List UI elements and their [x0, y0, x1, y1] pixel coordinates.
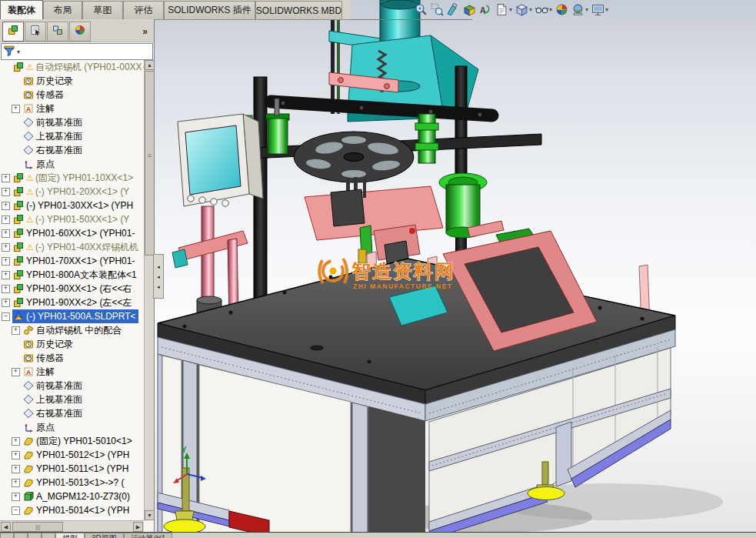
command-tab-3[interactable]: 评估 [123, 1, 164, 19]
motion-nav-button-2[interactable] [28, 533, 42, 538]
zoom-to-area-button[interactable] [429, 2, 445, 17]
tree-filter-input[interactable]: ▾ [1, 43, 153, 60]
dropdown-caret-icon[interactable]: ▾ [585, 6, 588, 13]
tree-item[interactable]: +YPH01-90XX<2> (左<<左 [0, 296, 144, 309]
tree-item[interactable]: −YPH01-5014<1> (YPH [0, 503, 144, 517]
scroll-right-button[interactable]: ▶ [133, 522, 143, 532]
view-orientation-button[interactable]: ▾ [514, 2, 534, 17]
tree-item-body[interactable]: A_MGPM12-10-Z73(0) [22, 490, 132, 503]
expander-plus-icon[interactable]: + [12, 479, 20, 487]
expander-plus-icon[interactable]: + [2, 243, 10, 252]
drawing-view-button[interactable]: ▾ [494, 2, 514, 17]
tree-item-body[interactable]: YPH01-90XX<1> (右<<右 [12, 282, 134, 296]
tree-item-body[interactable]: 传感器 [22, 351, 66, 365]
manager-tab-property-manager[interactable] [25, 22, 46, 42]
expander-plus-icon[interactable]: + [12, 465, 20, 473]
dynamic-annotation-views-button[interactable]: A [478, 2, 494, 17]
tree-item-body[interactable]: 历史记录 [22, 74, 75, 88]
expander-plus-icon[interactable]: + [2, 188, 10, 196]
manager-tab-feature-manager[interactable] [2, 22, 24, 42]
tree-item-body[interactable]: YPH01-60XX<1> (YPH01- [12, 226, 137, 240]
tree-item[interactable]: +YPH01-60XX<1> (YPH01- [0, 226, 144, 240]
motion-nav-button-0[interactable] [0, 533, 14, 538]
tree-item[interactable]: +YPH01-5011<1> (YPH [0, 462, 144, 476]
filter-funnel-icon[interactable] [4, 45, 15, 59]
tree-item-body[interactable]: ⚠(-) YPH01-50XX<1> (Y [12, 212, 132, 226]
tree-item-body[interactable]: (-) YPH01-500A.SLDPRT< [12, 309, 138, 323]
tree-item-body[interactable]: YPH01-5014<1> (YPH [22, 503, 132, 517]
tree-item[interactable]: +⚠(-) YPH01-50XX<1> (Y [0, 212, 144, 226]
tree-item[interactable]: +A_MGPM12-10-Z73(0) [0, 490, 144, 503]
tree-item[interactable]: 前视基准面 [0, 379, 144, 393]
tree-item[interactable]: 右视基准面 [0, 143, 144, 157]
panel-collapse-handle[interactable]: ◂◂◂ [153, 254, 164, 299]
filter-caret-icon[interactable]: ▾ [17, 48, 20, 55]
statusbar-tab-0[interactable]: 模型 [55, 533, 85, 538]
tree-item[interactable]: 上视基准面 [0, 393, 144, 406]
expander-minus-icon[interactable]: − [2, 312, 10, 321]
tree-item[interactable]: +YPH01-90XX<1> (右<<右 [0, 282, 144, 296]
command-tab-5[interactable]: SOLIDWORKS MBD [255, 1, 342, 19]
expander-plus-icon[interactable]: + [12, 326, 20, 335]
tree-item[interactable]: 历史记录 [0, 337, 144, 351]
dropdown-caret-icon[interactable]: ▾ [509, 6, 512, 13]
tree-item-body[interactable]: 原点 [22, 157, 57, 171]
tree-item-body[interactable]: 原点 [22, 420, 57, 434]
tree-item[interactable]: +(-) YPH01-30XX<1> (YPH [0, 199, 144, 212]
hide-show-items-button[interactable]: ▾ [534, 2, 554, 17]
manager-tab-display-manager[interactable] [69, 22, 91, 42]
scroll-up-button[interactable]: ▲ [145, 60, 155, 70]
tree-item-body[interactable]: ⚠(固定) YPH01-10XX<1> [12, 171, 135, 185]
tree-item[interactable]: ⚠自动焊锡机 (YPH01-00XX· [0, 60, 144, 74]
tree-item-body[interactable]: YPH01-90XX<2> (左<<左 [12, 296, 134, 309]
tree-item[interactable]: +自动焊锡机 中的配合 [0, 323, 144, 337]
expander-plus-icon[interactable]: + [2, 271, 10, 279]
tree-item-body[interactable]: YPH01-5012<1> (YPH [22, 448, 132, 462]
tree-item[interactable]: +YPH01-70XX<1> (YPH01- [0, 254, 144, 268]
tree-item-body[interactable]: (-) YPH01-30XX<1> (YPH [12, 199, 135, 212]
zoom-to-fit-button[interactable] [413, 2, 429, 17]
tree-item-body[interactable]: 右视基准面 [22, 406, 85, 420]
command-tab-4[interactable]: SOLIDWORKS 插件 [164, 1, 255, 19]
tree-item-body[interactable]: YPH01-70XX<1> (YPH01- [12, 254, 137, 268]
tree-item-body[interactable]: 自动焊锡机 中的配合 [22, 323, 124, 337]
tree-item-body[interactable]: ⚠(-) YPH01-40XX焊锡机机 [12, 240, 141, 254]
command-tab-2[interactable]: 草图 [82, 1, 123, 19]
statusbar-tab-1[interactable]: 3D视图 [85, 533, 124, 538]
tree-item[interactable]: +A注解 [0, 102, 144, 115]
tree-item-body[interactable]: 历史记录 [22, 337, 75, 351]
expander-minus-icon[interactable]: − [12, 506, 20, 515]
tree-item[interactable]: 历史记录 [0, 74, 144, 88]
command-tab-0[interactable]: 装配体 [0, 0, 43, 19]
tree-item-body[interactable]: 传感器 [22, 88, 66, 102]
section-view-button[interactable] [461, 2, 478, 17]
expander-plus-icon[interactable]: + [2, 257, 10, 266]
apply-scene-button[interactable]: ▾ [570, 2, 590, 17]
expander-plus-icon[interactable]: + [12, 493, 20, 501]
tree-item[interactable]: 原点 [0, 157, 144, 171]
tree-item-body[interactable]: YPH01-800A文本装配体<1 [12, 268, 139, 282]
tree-item-body[interactable]: 前视基准面 [22, 379, 85, 393]
horizontal-scroll-thumb[interactable] [12, 522, 63, 532]
tree-item-body[interactable]: (固定) YPH01-5010<1> [22, 434, 135, 448]
tree-item[interactable]: 前视基准面 [0, 115, 144, 129]
tree-item[interactable]: 上视基准面 [0, 129, 144, 143]
tree-item-body[interactable]: ⚠(-) YPH01-20XX<1> (Y [12, 185, 132, 199]
tree-item-body[interactable]: 前视基准面 [22, 115, 85, 129]
dropdown-caret-icon[interactable]: ▾ [529, 6, 532, 13]
tree-item[interactable]: +(固定) YPH01-5010<1> [0, 434, 144, 448]
tree-item[interactable]: +⚠(固定) YPH01-10XX<1> [0, 171, 144, 185]
tree-item[interactable]: +⚠(-) YPH01-20XX<1> (Y [0, 185, 144, 199]
motion-nav-button-3[interactable] [42, 533, 55, 538]
tree-item-body[interactable]: A注解 [22, 365, 57, 379]
tree-item[interactable]: +YPH01-5013<1>->? ( [0, 476, 144, 490]
expander-plus-icon[interactable]: + [2, 202, 10, 210]
tree-item[interactable]: +YPH01-800A文本装配体<1 [0, 268, 144, 282]
expander-plus-icon[interactable]: + [12, 105, 20, 113]
manager-tab-configuration-manager[interactable] [47, 22, 68, 42]
expander-plus-icon[interactable]: + [12, 437, 20, 446]
tree-item-body[interactable]: A注解 [22, 102, 57, 115]
model-index-wheel[interactable] [294, 132, 414, 182]
expander-plus-icon[interactable]: + [2, 174, 10, 182]
tree-item-body[interactable]: 右视基准面 [22, 143, 85, 157]
